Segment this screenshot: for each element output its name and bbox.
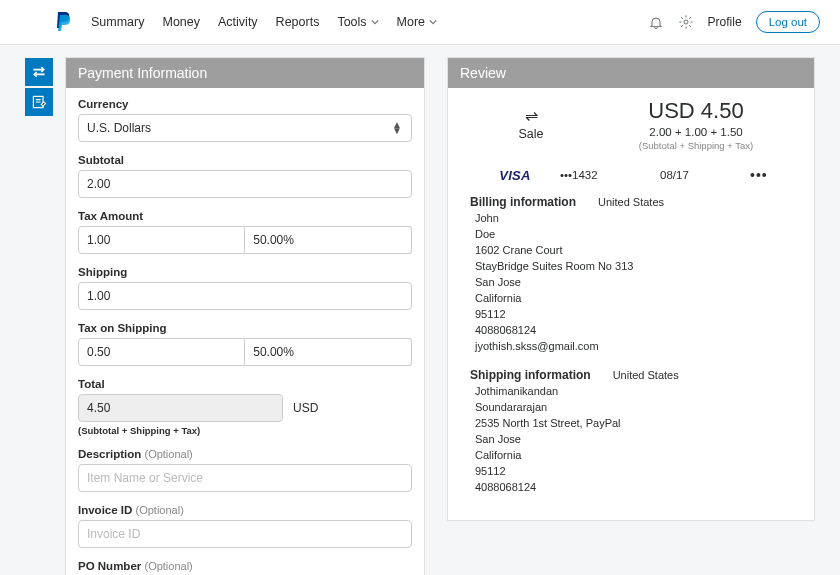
invoice-label: Invoice ID (Optional) — [78, 504, 412, 516]
card-expiry: 08/17 — [660, 169, 750, 181]
card-row: VISA •••1432 08/17 ••• — [448, 165, 814, 193]
top-nav: Summary Money Activity Reports Tools Mor… — [0, 0, 840, 45]
billing-info-title: Billing information — [470, 195, 576, 209]
nav-more[interactable]: More — [397, 15, 437, 29]
nav-links: Summary Money Activity Reports Tools Mor… — [91, 15, 437, 29]
shipping-input[interactable] — [78, 282, 412, 310]
currency-label: Currency — [78, 98, 412, 110]
sale-label: Sale — [466, 127, 596, 141]
shipping-line: San Jose — [470, 432, 792, 448]
side-tool-form[interactable] — [25, 88, 53, 116]
nav-right: Profile Log out — [648, 11, 820, 33]
invoice-input[interactable] — [78, 520, 412, 548]
chevron-down-icon — [429, 18, 437, 26]
billing-line: California — [470, 291, 792, 307]
review-total: USD 4.50 — [596, 98, 796, 124]
side-tools — [25, 58, 53, 118]
subtotal-input[interactable] — [78, 170, 412, 198]
ship-tax-label: Tax on Shipping — [78, 322, 412, 334]
currency-select[interactable]: U.S. Dollars — [78, 114, 412, 142]
billing-line: Doe — [470, 227, 792, 243]
tax-amount-input[interactable] — [78, 226, 245, 254]
gear-icon[interactable] — [678, 14, 694, 30]
shipping-info-title: Shipping information — [470, 368, 591, 382]
shipping-line: California — [470, 448, 792, 464]
shipping-line: Jothimanikandan — [470, 384, 792, 400]
description-input[interactable] — [78, 464, 412, 492]
ship-tax-amount-input[interactable] — [78, 338, 245, 366]
tax-label: Tax Amount — [78, 210, 412, 222]
payment-info-panel: Payment Information Currency U.S. Dollar… — [65, 57, 425, 575]
shipping-line: 95112 — [470, 464, 792, 480]
total-currency: USD — [293, 401, 318, 415]
nav-money[interactable]: Money — [162, 15, 200, 29]
review-breakdown-note: (Subtotal + Shipping + Tax) — [596, 140, 796, 151]
total-input — [78, 394, 283, 422]
nav-tools[interactable]: Tools — [337, 15, 378, 29]
nav-profile[interactable]: Profile — [708, 15, 742, 29]
tax-percent-input[interactable] — [245, 226, 412, 254]
shipping-label: Shipping — [78, 266, 412, 278]
svg-point-0 — [684, 20, 688, 24]
review-panel: Review ⇌ Sale USD 4.50 2.00 + 1.00 + 1.5… — [447, 57, 815, 521]
total-label: Total — [78, 378, 412, 390]
shipping-line: 4088068124 — [470, 480, 792, 496]
chevron-down-icon — [371, 18, 379, 26]
subtotal-label: Subtotal — [78, 154, 412, 166]
billing-line: John — [470, 211, 792, 227]
shipping-info: Shipping information United States Jothi… — [448, 366, 814, 500]
bell-icon[interactable] — [648, 14, 664, 30]
transfer-icon: ⇌ — [466, 106, 596, 125]
nav-activity[interactable]: Activity — [218, 15, 258, 29]
nav-reports[interactable]: Reports — [276, 15, 320, 29]
shipping-line: Soundararajan — [470, 400, 792, 416]
billing-line: StayBridge Suites Room No 313 — [470, 259, 792, 275]
ship-tax-percent-input[interactable] — [245, 338, 412, 366]
card-last4: •••1432 — [560, 169, 660, 181]
billing-line: San Jose — [470, 275, 792, 291]
billing-country: United States — [598, 196, 664, 208]
nav-summary[interactable]: Summary — [91, 15, 144, 29]
total-note: (Subtotal + Shipping + Tax) — [78, 425, 412, 436]
review-title: Review — [448, 58, 814, 88]
logout-button[interactable]: Log out — [756, 11, 820, 33]
billing-line: 4088068124 — [470, 323, 792, 339]
billing-line: jyothish.skss@gmail.com — [470, 339, 792, 355]
visa-logo-icon: VISA — [470, 168, 560, 183]
paypal-logo-icon — [55, 12, 71, 32]
shipping-line: 2535 North 1st Street, PayPal — [470, 416, 792, 432]
billing-line: 1602 Crane Court — [470, 243, 792, 259]
review-breakdown: 2.00 + 1.00 + 1.50 — [596, 126, 796, 138]
panel-title: Payment Information — [66, 58, 424, 88]
side-tool-transfer[interactable] — [25, 58, 53, 86]
desc-label: Description (Optional) — [78, 448, 412, 460]
billing-info: Billing information United States John D… — [448, 193, 814, 358]
po-label: PO Number (Optional) — [78, 560, 412, 572]
billing-line: 95112 — [470, 307, 792, 323]
select-caret-icon: ▲▼ — [392, 122, 402, 134]
card-menu-icon[interactable]: ••• — [750, 167, 790, 183]
shipping-country: United States — [613, 369, 679, 381]
